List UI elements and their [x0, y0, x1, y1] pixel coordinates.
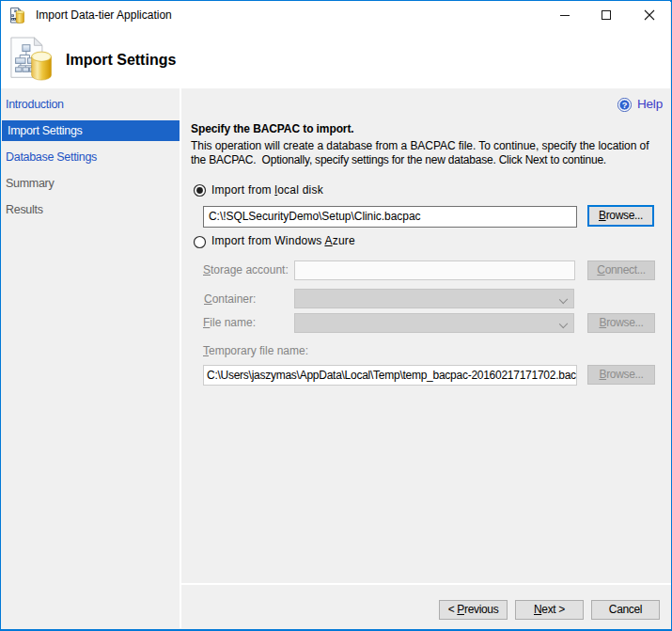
svg-text:?: ? [622, 101, 628, 110]
